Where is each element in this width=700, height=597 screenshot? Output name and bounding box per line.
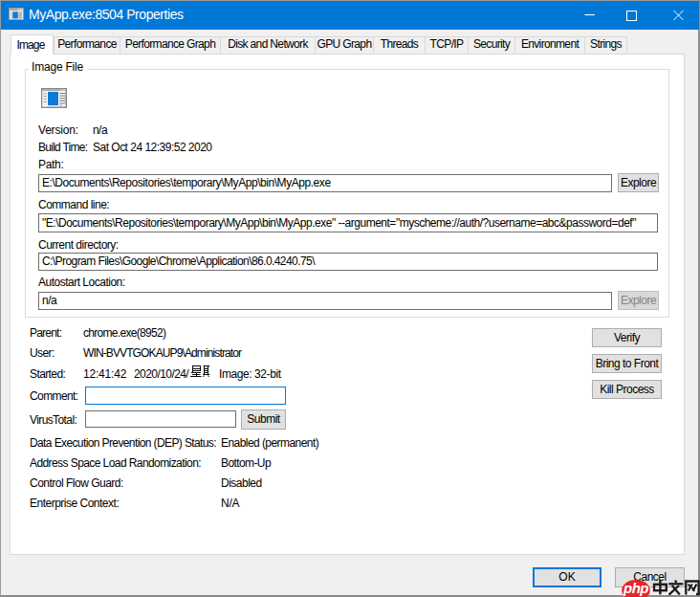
svg-text:php: php — [623, 580, 648, 596]
